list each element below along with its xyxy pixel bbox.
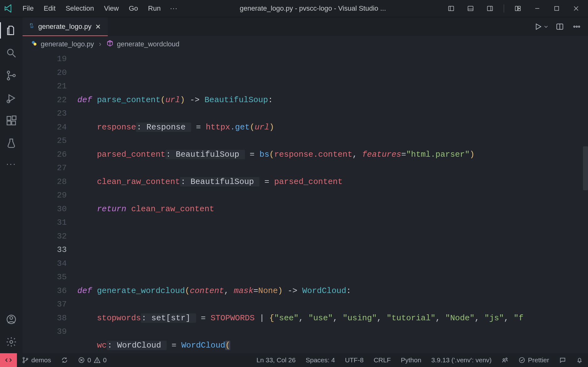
layout-left-icon[interactable] xyxy=(444,2,459,15)
svg-point-40 xyxy=(23,361,24,363)
window-maximize[interactable] xyxy=(549,2,564,15)
window-title: generate_logo.py - pvscc-logo - Visual S… xyxy=(182,4,444,13)
svg-rect-22 xyxy=(12,121,16,125)
chevron-right-icon: › xyxy=(97,40,103,48)
status-feedback[interactable] xyxy=(554,353,571,367)
status-sync[interactable] xyxy=(56,353,73,367)
minimap[interactable] xyxy=(582,52,588,353)
line-gutter: 19 20 21 22 23 24 25 26 27 28 29 30 31 3… xyxy=(23,52,77,353)
menu-go[interactable]: Go xyxy=(124,3,143,14)
editor-tabs: generate_logo.py xyxy=(23,17,588,36)
svg-point-16 xyxy=(7,78,10,80)
menu-selection[interactable]: Selection xyxy=(60,3,99,14)
menu-file[interactable]: File xyxy=(18,3,39,14)
svg-rect-23 xyxy=(12,116,16,120)
svg-point-39 xyxy=(23,357,24,359)
breadcrumb[interactable]: generate_logo.py › generate_wordcloud xyxy=(23,36,588,52)
status-interpreter[interactable]: 3.9.13 ('.venv': venv) xyxy=(426,353,497,367)
svg-rect-8 xyxy=(518,9,520,11)
activity-testing[interactable] xyxy=(0,132,23,155)
svg-point-13 xyxy=(8,49,13,55)
activity-run-debug[interactable] xyxy=(0,87,23,109)
svg-rect-10 xyxy=(555,7,559,11)
activity-source-control[interactable] xyxy=(0,64,23,87)
svg-point-26 xyxy=(10,341,13,343)
layout-bottom-icon[interactable] xyxy=(463,2,478,15)
menu-overflow[interactable]: ··· xyxy=(166,3,182,14)
activity-accounts[interactable] xyxy=(0,308,23,331)
status-prettier[interactable]: Prettier xyxy=(513,353,554,367)
window-minimize[interactable] xyxy=(530,2,545,15)
split-editor-icon[interactable] xyxy=(554,21,565,32)
tab-close-icon[interactable] xyxy=(95,23,102,30)
svg-point-49 xyxy=(519,358,525,363)
code-content[interactable]: def parse_content(url) -> BeautifulSoup:… xyxy=(77,52,588,353)
svg-rect-21 xyxy=(7,121,11,125)
customize-layout-icon[interactable] xyxy=(510,2,525,15)
window-close[interactable] xyxy=(569,2,584,15)
status-eol[interactable]: CRLF xyxy=(369,353,396,367)
status-live-share[interactable] xyxy=(497,353,513,367)
breadcrumb-file[interactable]: generate_logo.py xyxy=(41,40,94,48)
status-bar: demos 0 0 Ln 33, Col 26 Spaces: 4 UTF-8 … xyxy=(0,353,588,367)
menu-edit[interactable]: Edit xyxy=(39,3,60,14)
status-notifications[interactable] xyxy=(571,353,588,367)
svg-point-28 xyxy=(32,27,32,28)
separator xyxy=(504,4,504,13)
layout-right-icon[interactable] xyxy=(482,2,497,15)
svg-point-27 xyxy=(31,24,31,24)
editor-more-icon[interactable] xyxy=(571,21,582,32)
svg-point-15 xyxy=(7,71,10,74)
title-bar: File Edit Selection View Go Run ··· gene… xyxy=(0,0,588,17)
python-file-icon xyxy=(28,23,34,31)
svg-point-35 xyxy=(576,26,577,27)
activity-settings[interactable] xyxy=(0,331,23,353)
status-branch[interactable]: demos xyxy=(17,353,56,367)
svg-rect-6 xyxy=(515,6,518,11)
activity-explorer[interactable] xyxy=(0,19,23,42)
svg-point-47 xyxy=(503,359,505,360)
python-file-icon xyxy=(31,40,38,49)
svg-point-34 xyxy=(574,26,575,27)
run-file-button[interactable] xyxy=(534,23,549,31)
menu-view[interactable]: View xyxy=(99,3,124,14)
svg-point-46 xyxy=(97,362,97,362)
status-indentation[interactable]: Spaces: 4 xyxy=(301,353,340,367)
svg-marker-31 xyxy=(536,24,541,29)
breadcrumb-symbol[interactable]: generate_wordcloud xyxy=(117,40,179,48)
svg-line-14 xyxy=(13,55,16,57)
remote-indicator[interactable] xyxy=(0,353,17,367)
svg-point-25 xyxy=(10,317,13,319)
code-editor[interactable]: 19 20 21 22 23 24 25 26 27 28 29 30 31 3… xyxy=(23,52,588,353)
status-language[interactable]: Python xyxy=(396,353,426,367)
activity-bar: ··· xyxy=(0,17,23,353)
symbol-method-icon xyxy=(106,39,114,49)
svg-point-17 xyxy=(13,74,15,77)
menu-run[interactable]: Run xyxy=(143,3,166,14)
editor-group: generate_logo.py generate_logo.py › xyxy=(23,17,588,353)
svg-point-36 xyxy=(578,26,580,27)
svg-point-41 xyxy=(26,358,28,360)
svg-rect-7 xyxy=(518,6,520,8)
vscode-logo-icon xyxy=(4,3,14,13)
status-cursor-position[interactable]: Ln 33, Col 26 xyxy=(252,353,301,367)
svg-point-38 xyxy=(34,43,36,45)
activity-overflow[interactable]: ··· xyxy=(6,155,16,173)
svg-point-48 xyxy=(506,358,507,359)
svg-rect-2 xyxy=(468,6,473,11)
svg-rect-4 xyxy=(487,6,493,11)
svg-rect-20 xyxy=(7,117,11,120)
tab-generate-logo[interactable]: generate_logo.py xyxy=(23,17,108,36)
activity-search[interactable] xyxy=(0,42,23,64)
minimap-slider[interactable] xyxy=(583,146,588,190)
svg-rect-0 xyxy=(449,6,454,11)
tab-filename: generate_logo.py xyxy=(38,23,91,31)
status-encoding[interactable]: UTF-8 xyxy=(340,353,369,367)
activity-extensions[interactable] xyxy=(0,109,23,132)
status-problems[interactable]: 0 0 xyxy=(73,353,112,367)
